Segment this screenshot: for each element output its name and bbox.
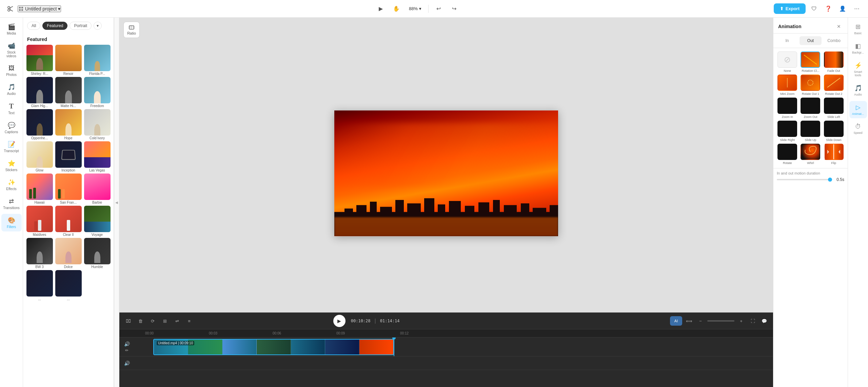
sidebar-item-photos[interactable]: 🖼 Photos [1, 62, 22, 79]
anim-item-flip[interactable]: Flip [823, 144, 844, 165]
account-btn[interactable]: 👤 [837, 3, 848, 15]
animation-close-btn[interactable]: ✕ [835, 22, 843, 30]
anim-item-slide-right[interactable]: Slide Right [777, 121, 798, 142]
zoom-level-btn[interactable]: 88% ▾ [406, 5, 424, 13]
timeline-flip-btn[interactable]: ⇌ [172, 316, 182, 326]
filter-item-matte[interactable]: Matte Hi... [55, 77, 82, 108]
right-icon-basic[interactable]: ⊞ Basic [849, 20, 867, 38]
sidebar-item-effects[interactable]: ✨ Effects [1, 176, 22, 194]
sidebar-item-transcript[interactable]: 📝 Transcript [1, 138, 22, 156]
filter-item-freedom[interactable]: Freedom [83, 77, 111, 108]
anim-tab-out[interactable]: Out [800, 36, 822, 45]
hand-tool-btn[interactable]: ✋ [391, 3, 402, 15]
filter-item-san-francisco[interactable]: San Fran... [55, 174, 82, 204]
current-time: 00:10:28 [351, 319, 371, 323]
filter-item-las-vegas[interactable]: Las Vegas [83, 141, 111, 172]
video-clip[interactable]: Untitled.mp4 | 00:09:10 [153, 339, 394, 355]
filter-item-extra1[interactable]: ... [26, 270, 53, 301]
anim-item-mini-zoom[interactable]: Mini Zoom [777, 75, 798, 96]
anim-item-none[interactable]: ⊘ None [777, 52, 798, 73]
anim-item-rotation-cl[interactable]: Rotation Cl... [800, 52, 821, 73]
filter-item-shirley[interactable]: Shirley: R... [26, 45, 53, 76]
filter-item-voyage[interactable]: Voyage [83, 206, 111, 237]
timeline-trim-btn[interactable]: ⌧ [123, 316, 133, 326]
track-edit-btn[interactable]: ✏ [125, 348, 129, 353]
filter-item-bw3[interactable]: BW 3 [26, 238, 53, 269]
timeline-playhead[interactable] [394, 338, 394, 356]
anim-item-slide-down[interactable]: Slide Down [823, 121, 844, 142]
filter-item-extra2[interactable]: ... [55, 270, 82, 301]
anim-item-zoom-in[interactable]: Zoom In [777, 98, 798, 119]
filter-item-dolce[interactable]: Dolce [55, 238, 82, 269]
filter-item-glam[interactable]: Glam Hig... [26, 77, 53, 108]
undo-btn[interactable]: ↩ [433, 3, 444, 15]
sidebar-item-stock-videos[interactable]: 📹 Stock videos [1, 39, 22, 61]
help-btn[interactable]: ❓ [823, 3, 834, 15]
filter-item-humble[interactable]: Humble [83, 238, 111, 269]
split-btn[interactable]: ⟺ [684, 316, 694, 326]
right-icon-animation[interactable]: ▷ Animat... [849, 101, 867, 118]
filter-item-florida[interactable]: Florida P... [83, 45, 111, 76]
sidebar-item-stickers[interactable]: ⭐ Stickers [1, 157, 22, 175]
track-video: 🔊 ✏ Untitled.mp4 | 00:09:10 [119, 338, 773, 357]
filter-item-oppenheimer[interactable]: Oppenhe... [26, 109, 53, 140]
filter-panel-header: All Featured Portrait ▾ [23, 18, 114, 35]
fullscreen-btn[interactable]: ⛶ [748, 316, 757, 326]
track-volume-btn[interactable]: 🔊 [124, 341, 130, 347]
filter-item-hawaii[interactable]: Hawaii [26, 174, 53, 204]
anim-item-slide-up[interactable]: Slide Up [800, 121, 821, 142]
zoom-out-btn[interactable]: − [696, 316, 705, 326]
anim-tab-in[interactable]: In [776, 36, 798, 45]
more-btn[interactable]: ⋯ [851, 3, 863, 15]
sidebar-item-transitions[interactable]: ⇄ Transitions [1, 195, 22, 212]
filter-item-barbie[interactable]: Barbie [83, 174, 111, 204]
ratio-btn[interactable]: Ratio [123, 22, 140, 38]
duration-handle[interactable] [828, 178, 832, 182]
timeline-more-btn[interactable]: ≡ [184, 316, 194, 326]
timeline-loop-btn[interactable]: ⟳ [148, 316, 157, 326]
right-icon-audio[interactable]: 🎵 Audio [849, 82, 867, 99]
filter-item-inception[interactable]: Inception [55, 141, 82, 172]
anim-tab-combo[interactable]: Combo [823, 36, 845, 45]
play-pause-btn[interactable]: ▶ [333, 315, 346, 327]
right-icon-speed[interactable]: ⏱ Speed [849, 120, 867, 137]
timeline-crop-btn[interactable]: ⊞ [160, 316, 170, 326]
play-tool-btn[interactable]: ▶ [375, 3, 387, 15]
sidebar-item-audio[interactable]: 🎵 Audio [1, 81, 22, 98]
anim-item-rotate-out-2[interactable]: Rotate Out 2 [823, 75, 844, 96]
filter-item-renoir[interactable]: Renoir [55, 45, 82, 76]
export-btn[interactable]: ⬆ Export [774, 3, 806, 14]
sidebar-item-media[interactable]: 🎬 Media [1, 20, 22, 38]
filter-item-glow[interactable]: Glow [26, 141, 53, 172]
anim-item-rotate-out-1[interactable]: Rotate Out 1 [800, 75, 821, 96]
anim-item-fade-out[interactable]: Fade Out [823, 52, 844, 73]
filter-tab-featured[interactable]: Featured [42, 22, 67, 30]
timeline-delete-btn[interactable]: 🗑 [136, 316, 145, 326]
filter-item-clear-ii[interactable]: Clear II [55, 206, 82, 237]
filter-item-maldives[interactable]: Maldives [26, 206, 53, 237]
filter-tab-all[interactable]: All [27, 22, 40, 30]
comment-btn[interactable]: 💬 [760, 316, 769, 326]
project-name-btn[interactable]: Untitled project ▾ [18, 5, 61, 12]
sidebar-item-captions[interactable]: 💬 Captions [1, 119, 22, 137]
anim-item-rotate[interactable]: Rotate [777, 144, 798, 165]
right-icon-smart-tools[interactable]: ⚡ Smart tools [849, 59, 867, 80]
filter-tab-portrait[interactable]: Portrait [70, 22, 92, 30]
sidebar-item-text[interactable]: T Text [1, 100, 22, 118]
sidebar-item-filters[interactable]: 🎨 Filters [1, 214, 22, 231]
shield-btn[interactable]: 🛡 [808, 3, 820, 15]
ai-btn[interactable]: AI [670, 316, 682, 326]
redo-btn[interactable]: ↪ [448, 3, 460, 15]
timeline-zoom-slider[interactable] [707, 320, 734, 322]
anim-item-slide-left[interactable]: Slide Left [823, 98, 844, 119]
panel-collapse-handle[interactable]: ◀ [114, 18, 119, 387]
track-audio-volume-btn[interactable]: 🔊 [124, 361, 130, 366]
duration-slider[interactable] [777, 179, 832, 180]
zoom-in-btn[interactable]: + [736, 316, 746, 326]
filter-item-hope[interactable]: Hope [55, 109, 82, 140]
right-icon-background[interactable]: ◧ Backgr... [849, 40, 867, 57]
filter-item-cold-ivory[interactable]: Cold Ivory [83, 109, 111, 140]
filter-tab-more[interactable]: ▾ [94, 22, 102, 30]
anim-item-zoom-out[interactable]: Zoom Out [800, 98, 821, 119]
anim-item-whirl[interactable]: Whirl [800, 144, 821, 165]
